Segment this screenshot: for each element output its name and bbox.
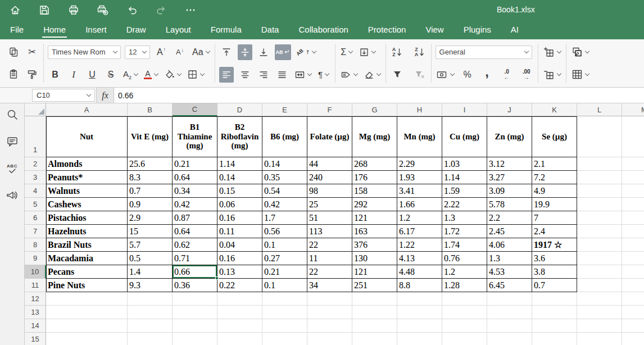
number-format-combo[interactable]: General — [436, 46, 532, 59]
cell-F15[interactable] — [307, 333, 352, 345]
strikethrough-button[interactable]: S — [103, 67, 118, 83]
cell-L7[interactable] — [577, 225, 622, 238]
justify-button[interactable] — [275, 67, 289, 83]
cell-A1[interactable]: Nut — [46, 116, 128, 157]
increase-font-button[interactable]: A↑ — [154, 44, 169, 60]
cell-C3[interactable]: 0.64 — [173, 171, 217, 184]
cell-J8[interactable]: 4.06 — [487, 238, 532, 252]
cell-M9[interactable] — [622, 252, 644, 265]
cell-M14[interactable] — [622, 319, 644, 333]
cell-G12[interactable] — [352, 292, 397, 306]
cell-J6[interactable]: 2.2 — [487, 211, 532, 225]
cell-I13[interactable] — [442, 306, 487, 319]
cell-C1[interactable]: B1 Thiamine (mg) — [173, 116, 217, 157]
cell-A5[interactable]: Cashews — [46, 198, 128, 211]
cell-E6[interactable]: 1.7 — [262, 211, 307, 225]
cell-I12[interactable] — [442, 292, 487, 306]
cell-A9[interactable]: Macadamia — [46, 252, 128, 265]
cell-A7[interactable]: Hazelnuts — [46, 225, 128, 238]
cell-F7[interactable]: 113 — [307, 225, 352, 238]
cell-E15[interactable] — [262, 333, 307, 345]
sort-descending-button[interactable]: ZA — [412, 44, 427, 60]
cell-D2[interactable]: 1.14 — [217, 157, 262, 171]
menu-tab-view[interactable]: View — [424, 21, 445, 38]
col-header-K[interactable]: K — [532, 103, 577, 116]
row-header-9[interactable]: 9 — [25, 252, 46, 265]
cell-D1[interactable]: B2 Riboflavin (mg) — [217, 116, 262, 157]
cell-I2[interactable]: 1.03 — [442, 157, 487, 171]
cell-G1[interactable]: Mg (mg) — [352, 116, 397, 157]
col-header-J[interactable]: J — [487, 103, 532, 116]
font-name-combo[interactable]: Times New Rom — [48, 46, 121, 59]
cell-A12[interactable] — [46, 292, 128, 306]
cell-F2[interactable]: 44 — [307, 157, 352, 171]
cell-L5[interactable] — [577, 198, 622, 211]
cell-B6[interactable]: 2.9 — [128, 211, 173, 225]
save-button[interactable] — [37, 3, 52, 17]
cell-B4[interactable]: 0.7 — [128, 184, 173, 198]
row-header-13[interactable]: 13 — [25, 306, 46, 319]
row-header-12[interactable]: 12 — [25, 292, 46, 306]
row-header-10[interactable]: 10 — [25, 265, 46, 279]
cell-D12[interactable] — [217, 292, 262, 306]
cell-E12[interactable] — [262, 292, 307, 306]
cell-D3[interactable]: 0.14 — [217, 171, 262, 184]
cell-C6[interactable]: 0.87 — [173, 211, 217, 225]
col-header-F[interactable]: F — [307, 103, 352, 116]
cell-H1[interactable]: Mn (mg) — [397, 116, 442, 157]
col-header-D[interactable]: D — [217, 103, 262, 116]
row-header-4[interactable]: 4 — [25, 184, 46, 198]
cell-B12[interactable] — [128, 292, 173, 306]
cell-L14[interactable] — [577, 319, 622, 333]
cell-I14[interactable] — [442, 319, 487, 333]
cell-E8[interactable]: 0.1 — [262, 238, 307, 252]
cell-M6[interactable] — [622, 211, 644, 225]
cell-K10[interactable]: 3.8 — [532, 265, 577, 279]
cell-J7[interactable]: 2.45 — [487, 225, 532, 238]
align-center-button[interactable] — [238, 67, 252, 83]
cell-K5[interactable]: 19.9 — [532, 198, 577, 211]
col-header-H[interactable]: H — [397, 103, 442, 116]
accounting-style-button[interactable] — [436, 67, 455, 83]
cell-L6[interactable] — [577, 211, 622, 225]
cell-J14[interactable] — [487, 319, 532, 333]
cell-D6[interactable]: 0.16 — [217, 211, 262, 225]
menu-tab-insert[interactable]: Insert — [84, 21, 108, 38]
cell-B7[interactable]: 15 — [128, 225, 173, 238]
cell-I11[interactable]: 1.28 — [442, 279, 487, 292]
decrease-decimal-button[interactable]: .0← — [500, 67, 514, 83]
cell-F14[interactable] — [307, 319, 352, 333]
cell-L15[interactable] — [577, 333, 622, 345]
font-size-combo[interactable]: 12 — [125, 46, 150, 59]
cell-H3[interactable]: 1.93 — [397, 171, 442, 184]
cell-I4[interactable]: 1.59 — [442, 184, 487, 198]
cell-K8[interactable]: 1917 ☆ — [532, 238, 577, 252]
cell-E13[interactable] — [262, 306, 307, 319]
cell-F5[interactable]: 25 — [307, 198, 352, 211]
cell-E4[interactable]: 0.54 — [262, 184, 307, 198]
cell-B1[interactable]: Vit E (mg) — [128, 116, 173, 157]
cell-I8[interactable]: 1.74 — [442, 238, 487, 252]
cell-C15[interactable] — [173, 333, 217, 345]
cell-A2[interactable]: Almonds — [46, 157, 128, 171]
menu-tab-collaboration[interactable]: Collaboration — [297, 21, 349, 38]
orientation-button[interactable]: AB↗ — [295, 44, 317, 60]
cell-I6[interactable]: 1.3 — [442, 211, 487, 225]
cell-J3[interactable]: 3.27 — [487, 171, 532, 184]
cell-G3[interactable]: 176 — [352, 171, 397, 184]
cell-F12[interactable] — [307, 292, 352, 306]
fill-button[interactable] — [358, 44, 377, 60]
cell-G8[interactable]: 376 — [352, 238, 397, 252]
cell-H14[interactable] — [397, 319, 442, 333]
align-bottom-button[interactable] — [256, 44, 271, 60]
cell-K14[interactable] — [532, 319, 577, 333]
cell-D8[interactable]: 0.04 — [217, 238, 262, 252]
cell-L9[interactable] — [577, 252, 622, 265]
col-header-B[interactable]: B — [128, 103, 173, 116]
cell-L8[interactable] — [577, 238, 622, 252]
menu-tab-file[interactable]: File — [9, 21, 25, 38]
cell-L2[interactable] — [577, 157, 622, 171]
col-header-G[interactable]: G — [352, 103, 397, 116]
cell-C4[interactable]: 0.34 — [173, 184, 217, 198]
cell-L4[interactable] — [577, 184, 622, 198]
